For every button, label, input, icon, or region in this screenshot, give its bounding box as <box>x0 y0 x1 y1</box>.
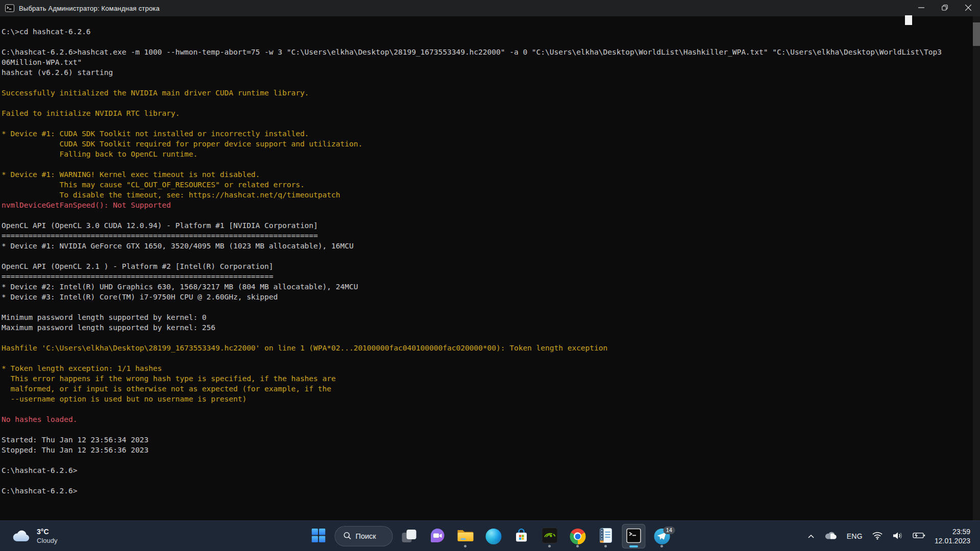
terminal-line: No hashes loaded. <box>2 414 973 424</box>
taskbar-icon-edge[interactable] <box>482 524 505 548</box>
terminal-line: This may cause "CL_OUT_OF_RESOURCES" or … <box>2 180 973 190</box>
terminal-line <box>2 98 973 108</box>
terminal-line: C:\hashcat-6.2.6> <box>2 465 973 475</box>
terminal-line <box>2 302 973 312</box>
tray-chevron-button[interactable] <box>804 525 818 547</box>
search-icon <box>344 532 352 541</box>
taskbar-icon-telegram[interactable]: 14 <box>650 524 674 548</box>
taskbar-icon-file-explorer[interactable] <box>454 524 477 548</box>
terminal-line: ========================================… <box>2 231 973 241</box>
terminal-line <box>2 251 973 261</box>
weather-widget[interactable]: 3°C Cloudy <box>5 521 63 551</box>
terminal-line: Stopped: Thu Jan 12 23:56:36 2023 <box>2 445 973 455</box>
chrome-icon <box>570 529 585 544</box>
taskbar: 3°C Cloudy <box>0 520 980 551</box>
terminal-line <box>2 37 973 47</box>
terminal-scrollbar[interactable] <box>973 16 980 520</box>
selection-cursor <box>905 15 912 25</box>
taskbar-icon-cmd[interactable] <box>622 524 646 548</box>
terminal-line: Failed to initialize NVIDIA RTC library. <box>2 108 973 118</box>
volume-button[interactable] <box>889 525 907 547</box>
terminal-line <box>2 159 973 169</box>
file-explorer-icon <box>457 529 474 544</box>
minimize-button[interactable] <box>910 0 933 16</box>
terminal-line: * Device #3: Intel(R) Core(TM) i7-9750H … <box>2 292 973 302</box>
terminal-line: C:\>cd hashcat-6.2.6 <box>2 27 973 37</box>
notepad-icon <box>599 528 612 545</box>
terminal-line: OpenCL API (OpenCL 3.0 CUDA 12.0.94) - P… <box>2 220 973 231</box>
terminal-line: * Device #1: CUDA SDK Toolkit not instal… <box>2 129 973 139</box>
terminal-line: Started: Thu Jan 12 23:56:34 2023 <box>2 435 973 445</box>
terminal-line: * Token length exception: 1/1 hashes <box>2 363 973 373</box>
search-label: Поиск <box>356 532 376 540</box>
chevron-up-icon <box>807 533 815 540</box>
terminal-line <box>2 455 973 465</box>
nvidia-geforce-icon <box>542 528 557 545</box>
clock[interactable]: 23:59 12.01.2023 <box>931 525 974 547</box>
restore-icon <box>942 5 948 12</box>
title-bar: Выбрать Администратор: Командная строка <box>0 0 980 16</box>
weather-temperature: 3°C <box>37 528 57 537</box>
close-icon <box>965 5 971 12</box>
terminal-line: malformed, or if input is otherwise not … <box>2 384 973 394</box>
tray-time: 23:59 <box>952 527 970 536</box>
command-prompt-icon <box>626 528 642 545</box>
windows-logo-icon <box>311 529 325 544</box>
terminal-line: C:\hashcat-6.2.6> <box>2 486 973 496</box>
terminal-line: Maximum password length supported by ker… <box>2 322 973 333</box>
close-button[interactable] <box>957 0 980 16</box>
chat-icon <box>429 528 445 545</box>
task-view-button[interactable] <box>398 524 421 548</box>
terminal-line <box>2 475 973 486</box>
restore-button[interactable] <box>933 0 957 16</box>
microsoft-store-icon <box>514 528 529 545</box>
cmd-window-icon <box>5 4 14 13</box>
terminal-output[interactable]: C:\>cd hashcat-6.2.6C:\hashcat-6.2.6>has… <box>0 16 973 520</box>
battery-charging-icon <box>913 532 925 541</box>
terminal-line <box>2 118 973 129</box>
terminal-line: C:\hashcat-6.2.6>hashcat.exe -m 1000 --h… <box>2 47 973 57</box>
terminal-line: Falling back to OpenCL runtime. <box>2 149 973 159</box>
terminal-line <box>2 78 973 88</box>
terminal-line: --username option is used but no usernam… <box>2 394 973 404</box>
terminal-line <box>2 404 973 414</box>
onedrive-button[interactable] <box>820 525 841 547</box>
wifi-icon <box>872 531 883 541</box>
minimize-icon <box>918 5 924 12</box>
terminal-line: hashcat (v6.2.6) starting <box>2 67 973 78</box>
terminal-line: * Device #1: NVIDIA GeForce GTX 1650, 35… <box>2 241 973 251</box>
terminal-line <box>2 353 973 363</box>
onedrive-cloud-icon <box>824 531 838 541</box>
terminal-line: CUDA SDK Toolkit required for proper dev… <box>2 139 973 149</box>
taskbar-icon-chat[interactable] <box>426 524 449 548</box>
terminal-line: Minimum password length supported by ker… <box>2 312 973 322</box>
wifi-button[interactable] <box>868 525 887 547</box>
edge-icon <box>485 529 501 544</box>
taskbar-icon-nvidia[interactable] <box>538 524 561 548</box>
task-view-icon <box>402 529 417 543</box>
language-indicator[interactable]: ENG <box>843 525 866 547</box>
screen: Выбрать Администратор: Командная строка <box>0 0 980 551</box>
window-title: Выбрать Администратор: Командная строка <box>19 5 160 12</box>
start-button[interactable] <box>307 524 330 548</box>
telegram-icon: 14 <box>654 529 670 544</box>
terminal-line <box>2 16 973 27</box>
terminal-line: OpenCL API (OpenCL 2.1 ) - Platform #2 [… <box>2 261 973 271</box>
terminal-line <box>2 424 973 435</box>
tray-date: 12.01.2023 <box>935 536 970 545</box>
scrollbar-thumb[interactable] <box>973 22 980 46</box>
taskbar-icon-store[interactable] <box>510 524 533 548</box>
terminal-line: * Device #1: WARNING! Kernel exec timeou… <box>2 169 973 180</box>
taskbar-icon-chrome[interactable] <box>566 524 590 548</box>
terminal-line: ========================================… <box>2 271 973 282</box>
search-box[interactable]: Поиск <box>335 526 393 546</box>
terminal-line: nvmlDeviceGetFanSpeed(): Not Supported <box>2 200 973 210</box>
battery-button[interactable] <box>909 525 929 547</box>
terminal-line: Successfully initialized the NVIDIA main… <box>2 88 973 98</box>
terminal-line: 06Million-WPA.txt" <box>2 57 973 67</box>
cloud-icon <box>11 529 32 544</box>
taskbar-icon-notepad[interactable] <box>594 524 618 548</box>
terminal-line <box>2 210 973 220</box>
telegram-badge: 14 <box>664 527 675 534</box>
terminal-line <box>2 333 973 343</box>
